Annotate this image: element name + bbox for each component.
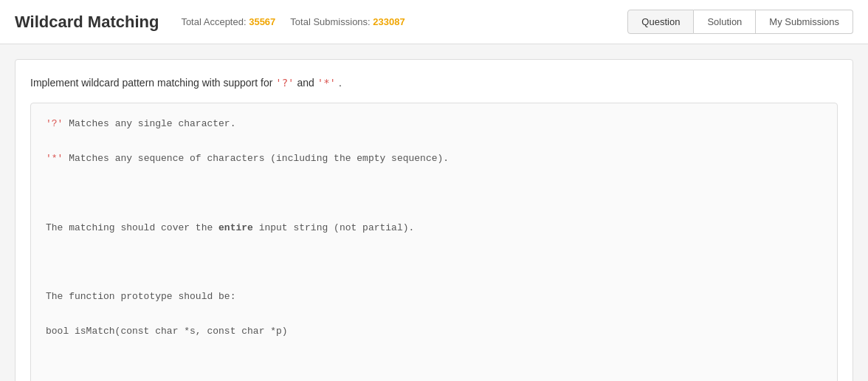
accepted-stat: Total Accepted: 35567: [181, 16, 275, 27]
problem-title: Wildcard Matching: [15, 13, 159, 32]
code-char-q: '?': [46, 118, 69, 129]
main-content: Implement wildcard pattern matching with…: [0, 44, 868, 381]
code-text-cover1: The matching should cover the: [46, 222, 218, 233]
code-text-bool: bool isMatch(const char *s, const char *…: [46, 326, 288, 337]
submissions-value: 233087: [373, 16, 404, 27]
code-text-entire: entire: [218, 222, 253, 233]
accepted-value: 35567: [249, 16, 275, 27]
code-text-cover2: input string (not partial).: [253, 222, 414, 233]
description-intro: Implement wildcard pattern matching with…: [30, 75, 838, 91]
inline-code-2: '*': [317, 77, 336, 89]
code-block: '?' Matches any single character. '*' Ma…: [30, 103, 838, 381]
code-text-q: Matches any single character.: [69, 118, 235, 129]
inline-code-1: '?': [275, 77, 294, 89]
code-text-prototype: The function prototype should be:: [46, 291, 235, 302]
accepted-label: Total Accepted:: [181, 16, 246, 27]
tab-my-submissions[interactable]: My Submissions: [756, 10, 853, 34]
problem-stats: Total Accepted: 35567 Total Submissions:…: [181, 16, 404, 27]
code-text-star: Matches any sequence of characters (incl…: [69, 153, 449, 164]
intro-end: .: [339, 77, 342, 89]
tab-solution[interactable]: Solution: [694, 10, 756, 34]
code-char-star: '*': [46, 153, 69, 164]
submissions-stat: Total Submissions: 233087: [290, 16, 404, 27]
page-header: Wildcard Matching Total Accepted: 35567 …: [0, 0, 868, 44]
tab-question[interactable]: Question: [627, 10, 694, 34]
intro-text: Implement wildcard pattern matching with…: [30, 77, 275, 89]
nav-tabs: Question Solution My Submissions: [627, 10, 853, 34]
description-box: Implement wildcard pattern matching with…: [15, 59, 853, 381]
submissions-label: Total Submissions:: [290, 16, 370, 27]
intro-and: and: [297, 77, 317, 89]
